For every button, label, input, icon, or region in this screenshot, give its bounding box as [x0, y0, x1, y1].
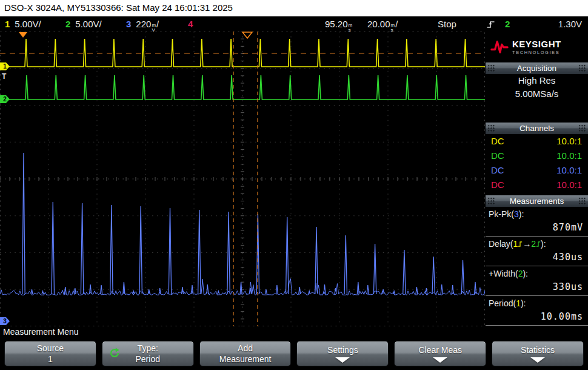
grip-icon [578, 64, 586, 72]
measurement-value: 330us [486, 280, 588, 294]
status-bar: 15.00V/ 25.00V/ 3220mV/ 4 95.20ms 20.00m… [0, 16, 588, 32]
ch1-status[interactable]: 15.00V/ [5, 16, 41, 32]
ch3-scale: 220 [136, 19, 151, 29]
title-bar: DSO-X 3024A, MY51330366: Sat May 24 16:0… [0, 0, 588, 16]
grip-icon [487, 64, 495, 72]
measurement-pwidth[interactable]: +Width(2): 330us [486, 266, 588, 296]
label-token: ): [523, 269, 528, 278]
ch1-coupling-row[interactable]: DC10.0:1 [486, 134, 588, 149]
measurement-value: 10.00ms [486, 310, 588, 324]
measurement-delay[interactable]: Delay(1→2): 430us [486, 237, 588, 266]
ch1-waveform [0, 39, 485, 67]
label-token: → [523, 239, 531, 249]
label-token: Pk-Pk( [489, 209, 514, 219]
label-token: 1 [513, 239, 518, 249]
rising-edge-icon [536, 241, 541, 247]
trigger-point-marker [19, 32, 27, 38]
ch1-number: 1 [5, 19, 10, 29]
ch2-scale: 5.00V [75, 19, 99, 29]
grip-icon [578, 124, 586, 132]
down-arrow-icon [433, 357, 447, 363]
measurement-period[interactable]: Period(1): 10.00ms [486, 296, 588, 326]
measurement-pkpk[interactable]: Pk-Pk(3): 870mV [486, 207, 588, 237]
ch4-number: 4 [188, 19, 193, 29]
label-token: Delay( [489, 239, 513, 249]
trigger-slope-icon [486, 19, 495, 29]
trigger-source: 2 [505, 16, 510, 32]
softkey-clear-meas[interactable]: Clear Meas [394, 341, 486, 366]
label-token: ): [521, 298, 526, 308]
softkey-bar: Source 1 Type: Period Add Measurement Se… [0, 338, 588, 370]
ch3-waveform [22, 153, 485, 294]
ch2-coupling-row[interactable]: DC10.0:1 [486, 149, 588, 163]
time-reference-marker [242, 32, 252, 38]
ch1-scale: 5.00V [15, 19, 38, 29]
softkey-settings[interactable]: Settings [296, 341, 389, 366]
channels-header[interactable]: Channels [486, 123, 588, 134]
menu-title: Measurement Menu [0, 326, 588, 338]
label-token: 3 [514, 209, 519, 219]
label-token: +Width( [489, 269, 518, 278]
trigger-level-marker[interactable]: T [2, 73, 6, 80]
keysight-logo: KEYSIGHT TECHNOLOGIES [486, 32, 588, 61]
ch4-status[interactable]: 4 [188, 16, 198, 32]
grip-icon [578, 197, 586, 205]
trigger-level: 1.30V [558, 16, 582, 32]
ch2-number: 2 [65, 19, 70, 29]
brand-name: KEYSIGHT [512, 39, 561, 49]
softkey-source[interactable]: Source 1 [4, 341, 96, 366]
sample-rate: 5.00MSa/s [486, 87, 588, 101]
label-token: 1 [516, 298, 521, 308]
softkey-type[interactable]: Type: Period [102, 341, 194, 366]
measurement-value: 870mV [486, 221, 588, 235]
trigger-status[interactable]: 2 1.30V [486, 16, 582, 32]
label-token: 2 [531, 239, 536, 249]
measurements-header[interactable]: Measurements [486, 195, 588, 207]
grip-icon [487, 124, 495, 132]
label-token: ): [519, 209, 524, 219]
brand-subtitle: TECHNOLOGIES [512, 50, 561, 55]
acquisition-mode: High Res [486, 74, 588, 87]
ch2-status[interactable]: 25.00V/ [65, 16, 102, 32]
horizontal-position[interactable]: 95.20ms [325, 16, 353, 32]
acquisition-header[interactable]: Acquisition [486, 62, 588, 74]
scope-display: 1 T 2 3 [0, 32, 485, 326]
ch3-status[interactable]: 3220mV/ [126, 16, 159, 32]
ch4-coupling-row[interactable]: DC10.0:1 [486, 178, 588, 192]
cycle-icon [109, 348, 120, 358]
down-arrow-icon [335, 357, 350, 363]
softkey-add-measurement[interactable]: Add Measurement [199, 341, 292, 366]
ch3-coupling-row[interactable]: DC10.0:1 [486, 163, 588, 178]
label-token: ): [541, 239, 546, 249]
keysight-spark-icon [490, 38, 509, 56]
run-state[interactable]: Stop [438, 16, 456, 32]
label-token: Period( [489, 298, 516, 308]
ch3-number: 3 [126, 19, 131, 29]
timebase[interactable]: 20.00ms/ [367, 16, 398, 32]
scope-canvas [0, 32, 485, 326]
softkey-statistics[interactable]: Statistics [492, 341, 584, 366]
oscilloscope-screen: DSO-X 3024A, MY51330366: Sat May 24 16:0… [0, 0, 588, 370]
info-sidebar: KEYSIGHT TECHNOLOGIES Acquisition High R… [486, 32, 588, 326]
grip-icon [487, 197, 495, 205]
measurement-value: 430us [486, 251, 588, 264]
down-arrow-icon [530, 357, 545, 363]
